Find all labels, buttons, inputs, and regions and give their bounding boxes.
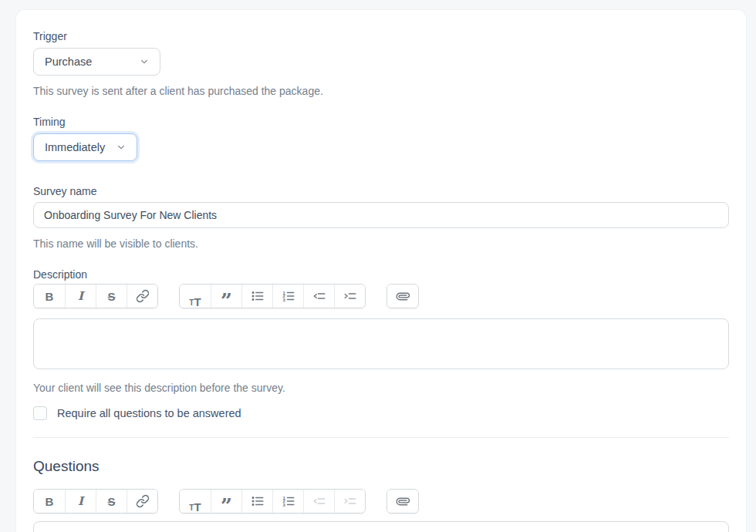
require-all-checkbox[interactable] — [33, 406, 47, 420]
bullet-list-icon — [251, 289, 265, 303]
format-group: B I S — [33, 489, 158, 513]
bullet-list-button[interactable] — [241, 490, 272, 513]
numbered-list-icon: 123 — [282, 494, 295, 508]
bullet-list-icon — [251, 494, 265, 508]
link-button[interactable] — [127, 285, 157, 308]
outdent-button[interactable] — [303, 285, 334, 308]
survey-name-input[interactable] — [33, 202, 729, 228]
questions-toolbar: B I S TT ” 123 — [33, 489, 729, 513]
chevron-down-icon — [116, 142, 127, 153]
format-group: B I S — [33, 284, 158, 308]
description-helper-text: Your client will see this description be… — [33, 382, 729, 394]
indent-button[interactable] — [334, 285, 365, 308]
survey-name-label: Survey name — [33, 185, 729, 197]
attachment-button[interactable] — [387, 285, 418, 308]
survey-name-helper-text: This name will be visible to clients. — [33, 237, 729, 250]
require-all-label: Require all questions to be answered — [57, 407, 241, 419]
outdent-icon — [312, 289, 326, 303]
description-textarea[interactable] — [33, 318, 729, 369]
text-size-button[interactable]: TT — [180, 490, 211, 513]
attachment-group — [386, 489, 419, 513]
strikethrough-button[interactable]: S — [96, 285, 127, 308]
chevron-down-icon — [139, 56, 150, 67]
numbered-list-icon: 123 — [282, 289, 295, 303]
block-group: TT ” 123 — [179, 284, 366, 308]
blockquote-button[interactable]: ” — [211, 490, 241, 513]
numbered-list-button[interactable]: 123 — [272, 285, 303, 308]
survey-settings-card: Trigger Purchase This survey is sent aft… — [15, 9, 747, 532]
trigger-helper-text: This survey is sent after a client has p… — [33, 85, 729, 97]
link-button[interactable] — [127, 490, 157, 513]
blockquote-button[interactable]: ” — [211, 285, 241, 308]
svg-text:3: 3 — [282, 298, 285, 302]
bullet-list-button[interactable] — [241, 285, 272, 308]
paperclip-icon — [393, 287, 412, 305]
italic-button[interactable]: I — [65, 490, 96, 513]
svg-text:3: 3 — [282, 503, 285, 507]
trigger-select-value: Purchase — [45, 56, 92, 68]
timing-select-value: Immediately — [45, 141, 105, 153]
trigger-select[interactable]: Purchase — [33, 48, 160, 76]
outdent-button — [303, 490, 334, 513]
block-group: TT ” 123 — [179, 489, 366, 513]
timing-label: Timing — [33, 116, 729, 128]
question-editor[interactable] — [33, 521, 729, 532]
attachment-group — [386, 284, 419, 308]
link-icon — [136, 494, 150, 508]
indent-icon — [343, 494, 357, 508]
require-all-row[interactable]: Require all questions to be answered — [33, 406, 729, 420]
link-icon — [136, 289, 150, 303]
trigger-label: Trigger — [33, 30, 729, 42]
italic-button[interactable]: I — [65, 285, 96, 308]
bold-button[interactable]: B — [34, 490, 65, 513]
description-label: Description — [33, 268, 729, 281]
indent-icon — [343, 289, 357, 303]
text-size-button[interactable]: TT — [180, 285, 211, 308]
numbered-list-button[interactable]: 123 — [272, 490, 303, 513]
indent-button — [334, 490, 365, 513]
strikethrough-button[interactable]: S — [96, 490, 127, 513]
questions-heading: Questions — [33, 458, 729, 475]
attachment-button[interactable] — [387, 490, 418, 513]
section-divider — [33, 437, 729, 438]
description-toolbar: B I S TT ” 123 — [33, 284, 729, 308]
paperclip-icon — [393, 492, 412, 510]
outdent-icon — [312, 494, 326, 508]
bold-button[interactable]: B — [34, 285, 65, 308]
timing-select[interactable]: Immediately — [33, 133, 137, 161]
